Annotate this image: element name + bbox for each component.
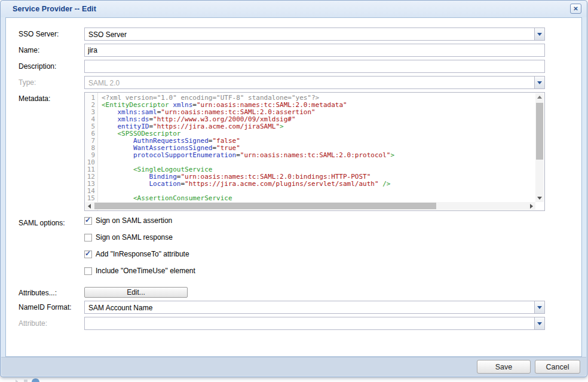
sso-server-combobox[interactable]: SSO Server — [84, 27, 545, 41]
attribute-label: Attribute: — [19, 317, 84, 330]
scroll-left-icon[interactable] — [88, 204, 91, 209]
attribute-row: Attribute: — [19, 317, 545, 330]
code-line: <EntityDescriptor xmlns="urn:oasis:names… — [102, 101, 535, 108]
vertical-scroll-thumb[interactable] — [536, 103, 543, 160]
metadata-code[interactable]: <?xml version="1.0" encoding="UTF-8" sta… — [99, 93, 535, 202]
code-line: <SPSSODescriptor — [102, 130, 535, 137]
line-number: 5 — [85, 123, 97, 130]
vertical-scrollbar[interactable] — [535, 93, 544, 202]
metadata-label: Metadata: — [19, 92, 84, 211]
nameid-format-label: NameID Format: — [19, 301, 84, 314]
scroll-up-icon[interactable] — [537, 96, 542, 99]
save-button[interactable]: Save — [477, 360, 531, 374]
checkbox-label: Sign on SAML assertion — [96, 216, 172, 225]
line-number: 9 — [85, 151, 97, 158]
code-line: <?xml version="1.0" encoding="UTF-8" sta… — [102, 94, 535, 101]
metadata-row: Metadata: 12345678910111213141516 <?xml … — [19, 92, 545, 211]
code-line: AuthnRequestsSigned="false" — [102, 137, 535, 144]
line-gutter: 12345678910111213141516 — [85, 93, 98, 210]
horizontal-scrollbar[interactable] — [85, 202, 535, 210]
nameid-format-combobox[interactable]: SAM Account Name — [84, 301, 545, 314]
code-line: Binding="urn:oasis:names:tc:SAML:2.0:bin… — [102, 173, 535, 180]
checkbox[interactable] — [84, 234, 92, 242]
code-line: <AssertionConsumerService — [102, 194, 535, 201]
attribute-trigger — [534, 317, 544, 329]
attribute-combobox — [84, 317, 545, 330]
type-label: Type: — [19, 76, 84, 89]
background-icon — [24, 380, 27, 382]
line-number: 12 — [85, 173, 97, 180]
type-combobox: SAML 2.0 — [84, 76, 545, 89]
code-line: xmlns:saml="urn:oasis:names:tc:SAML:2.0:… — [102, 108, 535, 115]
saml-option-row[interactable]: ✓Add "InResponseTo" attribute — [84, 250, 545, 258]
close-icon: ✕ — [571, 4, 581, 13]
saml-options-row: SAML options: ✓Sign on SAML assertionSig… — [19, 216, 545, 283]
code-line — [102, 158, 535, 166]
attributes-row: Attributes...: Edit... — [19, 286, 545, 297]
name-label: Name: — [19, 44, 84, 57]
chevron-down-icon — [537, 81, 542, 84]
attributes-label: Attributes...: — [19, 286, 84, 297]
scroll-right-icon[interactable] — [530, 204, 533, 209]
scroll-down-icon[interactable] — [537, 197, 542, 200]
line-number: 10 — [85, 158, 97, 166]
background-globe-icon — [32, 378, 39, 382]
description-label: Description: — [19, 60, 84, 73]
code-line: WantAssertionsSigned="true" — [102, 144, 535, 151]
nameid-format-row: NameID Format: SAM Account Name — [19, 301, 545, 314]
checkmark-icon: ✓ — [85, 216, 91, 224]
checkbox-label: Sign on SAML response — [96, 233, 173, 242]
nameid-format-trigger[interactable] — [534, 301, 544, 313]
form-panel: SSO Server: SSO Server Name: Description… — [5, 17, 582, 357]
description-row: Description: — [19, 60, 545, 73]
close-button[interactable]: ✕ — [570, 4, 581, 14]
cancel-button[interactable]: Cancel — [535, 360, 580, 374]
background-window-strip — [0, 377, 588, 382]
code-line: Location="https://jira.acme.com/plugins/… — [102, 180, 535, 187]
checkbox[interactable]: ✓ — [84, 217, 92, 225]
checkbox[interactable]: ✓ — [84, 250, 92, 258]
line-number: 11 — [85, 166, 97, 173]
line-number: 6 — [85, 130, 97, 137]
background-icon — [16, 380, 19, 382]
service-provider-edit-dialog: Service Provider -- Edit ✕ SSO Server: S… — [0, 0, 587, 377]
dialog-title: Service Provider -- Edit — [13, 5, 96, 13]
code-line: <SingleLogoutService — [102, 166, 535, 173]
saml-option-row[interactable]: ✓Sign on SAML assertion — [84, 216, 545, 225]
chevron-down-icon — [537, 322, 542, 325]
code-line — [102, 187, 535, 194]
line-number: 7 — [85, 137, 97, 144]
line-number: 1 — [85, 94, 97, 101]
line-number: 2 — [85, 101, 97, 108]
checkmark-icon: ✓ — [85, 249, 91, 258]
chevron-down-icon — [537, 33, 542, 36]
metadata-editor[interactable]: 12345678910111213141516 <?xml version="1… — [84, 92, 545, 211]
type-row: Type: SAML 2.0 — [19, 76, 545, 89]
description-input[interactable] — [84, 60, 545, 73]
edit-attributes-button[interactable]: Edit... — [84, 287, 188, 298]
name-row: Name: — [19, 44, 545, 57]
sso-server-label: SSO Server: — [19, 27, 84, 41]
checkbox-label: Include "OneTimeUse" element — [96, 267, 195, 275]
horizontal-scroll-thumb[interactable] — [94, 203, 436, 209]
code-line: xmlns:ds="http://www.w3.org/2000/09/xmld… — [102, 115, 535, 123]
sso-server-trigger[interactable] — [534, 28, 544, 40]
nameid-format-value: SAM Account Name — [88, 304, 152, 312]
line-number: 13 — [85, 180, 97, 187]
line-number: 3 — [85, 108, 97, 115]
chevron-down-icon — [537, 306, 542, 309]
checkbox[interactable] — [84, 267, 92, 275]
code-line: entityID="https://jira.acme.com/jiraSAML… — [102, 123, 535, 130]
saml-option-row[interactable]: Sign on SAML response — [84, 233, 545, 242]
sso-server-value: SSO Server — [88, 30, 127, 39]
dialog-footer: Save Cancel — [1, 357, 586, 376]
saml-options-label: SAML options: — [19, 216, 84, 283]
line-number: 4 — [85, 115, 97, 123]
line-number: 8 — [85, 144, 97, 151]
dialog-titlebar[interactable]: Service Provider -- Edit ✕ — [1, 1, 587, 17]
code-line: protocolSupportEnumeration="urn:oasis:na… — [102, 151, 535, 158]
type-value: SAML 2.0 — [88, 79, 120, 87]
name-input[interactable] — [84, 44, 545, 57]
saml-option-row[interactable]: Include "OneTimeUse" element — [84, 267, 545, 275]
line-number: 15 — [85, 194, 97, 201]
